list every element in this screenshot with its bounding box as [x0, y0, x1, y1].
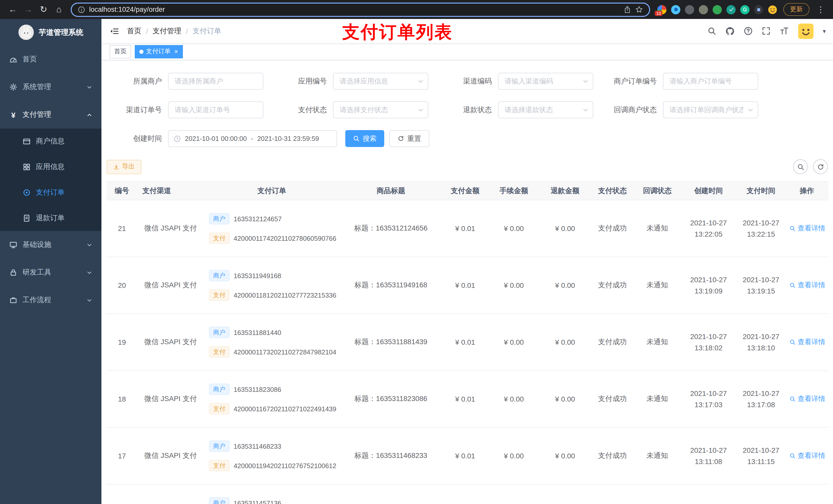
filter-label: 回调商户状态 — [601, 105, 663, 115]
help-icon[interactable] — [744, 27, 753, 35]
sidebar-item-devtools[interactable]: 研发工具 — [0, 259, 101, 286]
view-detail-link[interactable]: 查看详情 — [789, 338, 825, 347]
sidebar-item-payment[interactable]: ¥ 支付管理 — [0, 101, 101, 128]
cell-pay-amount: ¥ 0.01 — [442, 200, 488, 257]
export-button[interactable]: 导出 — [106, 160, 141, 174]
pay-badge: 支付 — [209, 346, 230, 358]
chevron-down-icon — [87, 84, 92, 90]
user-avatar[interactable] — [798, 23, 813, 39]
reload-icon[interactable]: ↻ — [36, 4, 51, 15]
cell-pay-amount: ¥ 0.01 — [442, 257, 488, 314]
table-row: 20 微信 JSAPI 支付 商户 1635311949168 支付 — [106, 257, 828, 314]
pay-status-select[interactable] — [333, 101, 428, 118]
pay-order-no: 4200001167202110271022491439 — [234, 405, 336, 413]
sidebar-item-label: 支付订单 — [36, 188, 65, 197]
extension-icon[interactable]: 10 — [657, 5, 667, 14]
cell-pay-time: 2021-10-27 13:11:15 — [737, 427, 785, 484]
home-icon[interactable]: ⌂ — [51, 4, 67, 15]
cell-notify-status: 未通知 — [634, 257, 680, 314]
sidebar-item-system[interactable]: 系统管理 — [0, 73, 101, 101]
browser-update-button[interactable]: 更新 — [783, 3, 809, 16]
view-detail-link[interactable]: 查看详情 — [789, 281, 825, 290]
sidebar-item-home[interactable]: 首页 — [0, 46, 101, 73]
channel-order-no-input[interactable] — [168, 101, 263, 118]
filter-label: 商户订单编号 — [601, 77, 663, 86]
extension-icon[interactable] — [671, 5, 680, 14]
sidebar-item-label: 基础设施 — [23, 240, 51, 249]
back-icon[interactable]: ← — [5, 4, 21, 15]
cell-refund-amount: ¥ 0.00 — [540, 427, 591, 484]
cell-actions: 查看详情 — [785, 370, 828, 427]
view-detail-label: 查看详情 — [798, 394, 825, 404]
cell-title — [340, 484, 442, 504]
table-body: 21 微信 JSAPI 支付 商户 1635312124657 支付 — [106, 200, 828, 504]
date-start[interactable]: 2021-10-01 00:00:00 — [185, 135, 247, 142]
refresh-table-button[interactable] — [813, 159, 828, 174]
sidebar-item-app-info[interactable]: 应用信息 — [0, 154, 101, 180]
toggle-search-button[interactable] — [793, 159, 808, 174]
breadcrumb-home[interactable]: 首页 — [127, 26, 141, 35]
merchant-badge: 商户 — [209, 213, 230, 224]
share-icon[interactable] — [623, 6, 631, 13]
extension-g-icon[interactable] — [740, 5, 749, 14]
user-menu-caret-icon[interactable]: ▾ — [823, 27, 826, 34]
sidebar-item-merchant-info[interactable]: 商户信息 — [0, 128, 101, 154]
tab-close-icon[interactable]: × — [174, 48, 178, 55]
cell-id: 21 — [106, 200, 137, 257]
filter-label: 退款状态 — [436, 105, 498, 115]
date-range-input[interactable]: 2021-10-01 00:00:00 - 2021-10-31 23:59:5… — [168, 130, 337, 147]
sidebar-item-label: 研发工具 — [23, 268, 51, 277]
view-detail-link[interactable]: 查看详情 — [789, 394, 825, 404]
view-detail-link[interactable]: 查看详情 — [789, 451, 825, 460]
address-bar[interactable]: localhost:1024/pay/order — [71, 2, 650, 17]
refund-status-select[interactable] — [498, 101, 593, 118]
tab-home[interactable]: 首页 — [110, 45, 131, 58]
extension-icon[interactable] — [685, 5, 694, 14]
forward-icon[interactable]: → — [21, 4, 36, 15]
browser-menu-icon[interactable]: ⋮ — [813, 5, 828, 14]
tab-pay-order[interactable]: 支付订单 × — [135, 45, 183, 58]
chevron-down-icon — [87, 297, 92, 303]
font-size-icon[interactable] — [780, 27, 789, 35]
cell-pay-status: 支付成功 — [591, 314, 634, 370]
sidebar-toggle-icon[interactable] — [110, 27, 119, 35]
url-text[interactable]: localhost:1024/pay/order — [89, 6, 619, 13]
column-header: 创建时间 — [680, 182, 737, 200]
reset-button[interactable]: 重置 — [389, 130, 429, 147]
app-select[interactable] — [333, 73, 428, 90]
cell-order: 商户 1635311457136 支付 — [204, 484, 340, 504]
extension-smiley-icon[interactable] — [768, 5, 777, 14]
tabs-bar: 首页 支付订单 × — [101, 43, 833, 61]
channel-code-select[interactable] — [498, 73, 593, 90]
extension-icon[interactable] — [713, 5, 722, 14]
breadcrumb-section[interactable]: 支付管理 — [153, 26, 181, 35]
bookmark-star-icon[interactable] — [635, 6, 643, 13]
sidebar-item-infra[interactable]: 基础设施 — [0, 231, 101, 259]
fullscreen-icon[interactable] — [762, 27, 770, 35]
search-button[interactable]: 搜索 — [345, 130, 384, 147]
date-end[interactable]: 2021-10-31 23:59:59 — [257, 135, 319, 142]
extension-icon[interactable] — [699, 5, 708, 14]
extension-icon[interactable] — [754, 5, 763, 14]
notify-status-select[interactable] — [663, 101, 758, 118]
extension-check-icon[interactable] — [727, 5, 736, 14]
merchant-order-no: 1635311949168 — [234, 272, 281, 280]
merchant-input[interactable] — [168, 73, 263, 90]
pay-order-no: 4200001173202110272847982104 — [234, 348, 336, 356]
sidebar-item-workflow[interactable]: 工作流程 — [0, 286, 101, 314]
cell-title: 标题：1635312124656 — [340, 200, 442, 257]
search-icon[interactable] — [708, 27, 716, 35]
yen-icon: ¥ — [9, 111, 18, 119]
merchant-badge: 商户 — [209, 270, 230, 281]
view-detail-link[interactable]: 查看详情 — [789, 224, 825, 233]
sidebar-item-refund-order[interactable]: 退款订单 — [0, 206, 101, 231]
record-icon — [23, 189, 31, 197]
github-icon[interactable] — [725, 26, 735, 35]
sidebar-item-pay-order[interactable]: 支付订单 — [0, 180, 101, 206]
view-detail-label: 查看详情 — [798, 451, 825, 460]
cell-title: 标题：1635311823086 — [340, 370, 442, 427]
pay-badge: 支付 — [209, 460, 230, 471]
app-logo[interactable]: 芋道管理系统 — [0, 19, 101, 46]
merchant-order-no-input[interactable] — [663, 73, 758, 90]
site-info-icon[interactable] — [78, 6, 85, 13]
